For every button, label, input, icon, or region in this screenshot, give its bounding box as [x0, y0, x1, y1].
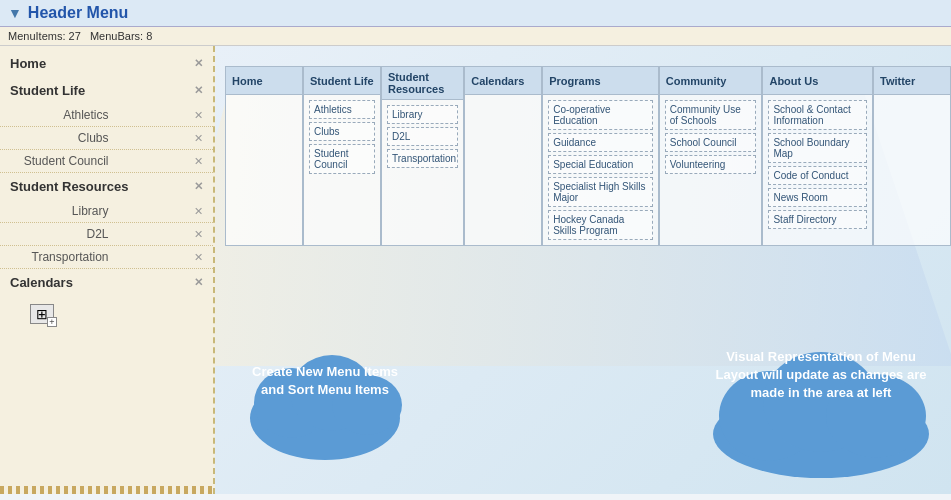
- header-bar: ▼ Header Menu: [0, 0, 951, 27]
- col-header-home: Home: [226, 67, 302, 95]
- menu-bars-count: 8: [146, 30, 152, 42]
- item-label: Clubs: [20, 131, 109, 145]
- sidebar-item-student-life-label: Student Life: [10, 83, 85, 98]
- menu-col-student-life: Student Life Athletics Clubs Student Cou…: [303, 66, 381, 246]
- list-item: Clubs ✕: [0, 127, 213, 150]
- menu-col-calendars: Calendars: [464, 66, 542, 246]
- col-item: School Boundary Map: [768, 133, 867, 163]
- sidebar-item-student-life[interactable]: Student Life ✕: [0, 77, 213, 104]
- remove-calendars-button[interactable]: ✕: [194, 276, 203, 289]
- menu-col-student-resources: Student Resources Library D2L Transporta…: [381, 66, 464, 246]
- sidebar-item-calendars-label: Calendars: [10, 275, 73, 290]
- remove-student-council-button[interactable]: ✕: [115, 155, 204, 168]
- plus-badge-icon: +: [47, 317, 57, 327]
- col-item: Special Education: [548, 155, 653, 174]
- col-item: Specialist High Skills Major: [548, 177, 653, 207]
- remove-library-button[interactable]: ✕: [115, 205, 204, 218]
- col-item: Staff Directory: [768, 210, 867, 229]
- remove-student-resources-button[interactable]: ✕: [194, 180, 203, 193]
- col-body-student-life: Athletics Clubs Student Council: [304, 95, 380, 179]
- col-body-community: Community Use of Schools School Council …: [660, 95, 762, 179]
- col-body-about-us: School & Contact Information School Boun…: [763, 95, 872, 234]
- menu-items-count: 27: [69, 30, 81, 42]
- remove-clubs-button[interactable]: ✕: [115, 132, 204, 145]
- cloud-left-container: Create New Menu Items and Sort Menu Item…: [237, 333, 412, 466]
- item-label: Library: [20, 204, 109, 218]
- item-label: D2L: [20, 227, 109, 241]
- sidebar-item-calendars[interactable]: Calendars ✕: [0, 269, 213, 296]
- col-header-student-life: Student Life: [304, 67, 380, 95]
- menu-grid: Home Student Life Athletics Clubs Studen…: [225, 66, 951, 246]
- remove-transportation-button[interactable]: ✕: [115, 251, 204, 264]
- col-body-programs: Co-operative Education Guidance Special …: [543, 95, 658, 245]
- cloud-right-container: Visual Representation of Menu Layout wil…: [701, 326, 941, 484]
- col-header-twitter: Twitter: [874, 67, 950, 95]
- col-header-community: Community: [660, 67, 762, 95]
- col-header-student-resources: Student Resources: [382, 67, 463, 100]
- item-label: Transportation: [20, 250, 109, 264]
- col-item: Guidance: [548, 133, 653, 152]
- menu-col-about-us: About Us School & Contact Information Sc…: [762, 66, 873, 246]
- col-body-calendars: [465, 95, 541, 99]
- remove-student-life-button[interactable]: ✕: [194, 84, 203, 97]
- col-item: Student Council: [309, 144, 375, 174]
- col-item: News Room: [768, 188, 867, 207]
- col-item: School & Contact Information: [768, 100, 867, 130]
- col-header-about-us: About Us: [763, 67, 872, 95]
- remove-home-button[interactable]: ✕: [194, 57, 203, 70]
- col-body-student-resources: Library D2L Transportation: [382, 100, 463, 173]
- col-item: Clubs: [309, 122, 375, 141]
- add-menu-item-button[interactable]: ⊞ +: [30, 304, 54, 324]
- col-item: Co-operative Education: [548, 100, 653, 130]
- col-item: Hockey Canada Skills Program: [548, 210, 653, 240]
- menu-col-twitter: Twitter: [873, 66, 951, 246]
- menu-col-home: Home: [225, 66, 303, 246]
- list-item: Library ✕: [0, 200, 213, 223]
- main-layout: Home ✕ Student Life ✕ Athletics ✕ Clubs …: [0, 46, 951, 494]
- left-panel: Home ✕ Student Life ✕ Athletics ✕ Clubs …: [0, 46, 215, 494]
- sidebar-item-home[interactable]: Home ✕: [0, 50, 213, 77]
- col-item: Library: [387, 105, 458, 124]
- cloud-left-text: Create New Menu Items and Sort Menu Item…: [249, 363, 401, 399]
- col-item: Transportation: [387, 149, 458, 168]
- col-item: Code of Conduct: [768, 166, 867, 185]
- menu-bars-label: MenuBars:: [90, 30, 143, 42]
- col-item: Community Use of Schools: [665, 100, 757, 130]
- sidebar-item-student-resources[interactable]: Student Resources ✕: [0, 173, 213, 200]
- sidebar-item-student-resources-label: Student Resources: [10, 179, 128, 194]
- list-item: Transportation ✕: [0, 246, 213, 269]
- col-header-programs: Programs: [543, 67, 658, 95]
- sidebar-item-home-label: Home: [10, 56, 46, 71]
- list-item: D2L ✕: [0, 223, 213, 246]
- col-item: Athletics: [309, 100, 375, 119]
- stats-bar: MenuItems: 27 MenuBars: 8: [0, 27, 951, 46]
- add-icon-area: ⊞ +: [0, 296, 213, 332]
- remove-d2l-button[interactable]: ✕: [115, 228, 204, 241]
- list-item: Athletics ✕: [0, 104, 213, 127]
- item-label: Athletics: [20, 108, 109, 122]
- col-body-home: [226, 95, 302, 99]
- menu-items-label: MenuItems:: [8, 30, 65, 42]
- list-item: Student Council ✕: [0, 150, 213, 173]
- right-panel: Home Student Life Athletics Clubs Studen…: [215, 46, 951, 494]
- col-body-twitter: [874, 95, 950, 99]
- menu-col-programs: Programs Co-operative Education Guidance…: [542, 66, 659, 246]
- col-item: School Council: [665, 133, 757, 152]
- collapse-triangle-icon[interactable]: ▼: [8, 5, 22, 21]
- col-header-calendars: Calendars: [465, 67, 541, 95]
- page-title: Header Menu: [28, 4, 128, 22]
- remove-athletics-button[interactable]: ✕: [115, 109, 204, 122]
- col-item: Volunteering: [665, 155, 757, 174]
- cloud-right-text: Visual Representation of Menu Layout wil…: [715, 348, 927, 403]
- menu-col-community: Community Community Use of Schools Schoo…: [659, 66, 763, 246]
- col-item: D2L: [387, 127, 458, 146]
- item-label: Student Council: [20, 154, 109, 168]
